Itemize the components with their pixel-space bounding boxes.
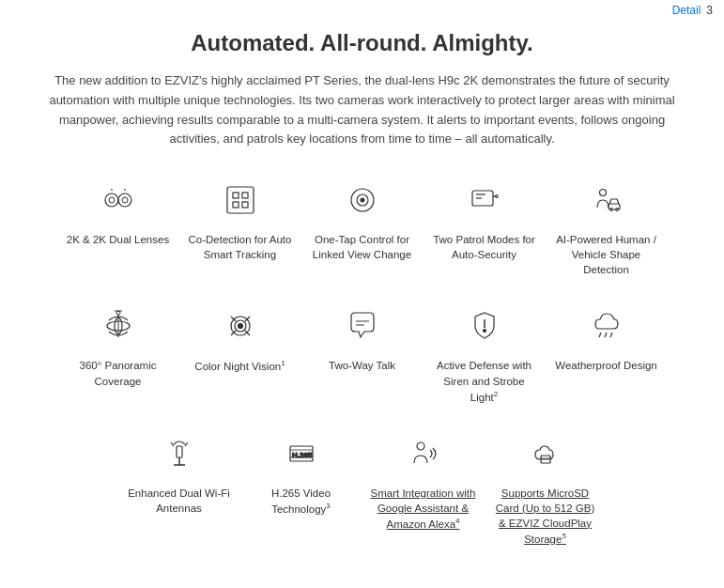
- panoramic-label: 360° Panoramic Coverage: [65, 358, 172, 388]
- feature-two-way-talk: Two-Way Talk: [301, 303, 424, 404]
- detail-link[interactable]: Detail: [672, 4, 701, 17]
- feature-co-detection: Co-Detection for Auto Smart Tracking: [179, 178, 301, 277]
- svg-point-33: [483, 330, 485, 333]
- h265-icon: H.265: [279, 431, 324, 476]
- svg-point-2: [109, 197, 115, 203]
- svg-text:H.265: H.265: [292, 451, 313, 459]
- active-defense-label: Active Defense with Siren and Strobe Lig…: [431, 358, 538, 404]
- dual-lenses-icon: [96, 178, 141, 223]
- patrol-icon: [462, 178, 507, 223]
- svg-line-39: [185, 442, 188, 446]
- night-vision-icon: [218, 303, 263, 348]
- page-number: 3: [706, 4, 713, 17]
- microsd-label: Supports MicroSD Card (Up to 512 GB) & E…: [492, 486, 599, 547]
- svg-point-13: [361, 198, 364, 202]
- feature-one-tap: One-Tap Control for Linked View Change: [301, 178, 424, 277]
- top-bar: Detail 3: [0, 0, 724, 21]
- svg-rect-10: [242, 202, 248, 208]
- description: The new addition to EZVIZ's highly accla…: [38, 71, 686, 149]
- svg-rect-37: [177, 446, 182, 457]
- svg-line-38: [171, 442, 174, 446]
- two-way-talk-label: Two-Way Talk: [329, 358, 395, 373]
- panoramic-icon: [96, 303, 141, 348]
- svg-rect-6: [227, 187, 254, 213]
- ai-icon: [584, 178, 629, 223]
- one-tap-icon: [340, 178, 385, 223]
- patrol-modes-label: Two Patrol Modes for Auto-Security: [431, 232, 538, 262]
- wifi-icon: [157, 431, 202, 476]
- svg-rect-7: [233, 193, 239, 198]
- wifi-antennas-label: Enhanced Dual Wi-Fi Antennas: [126, 486, 233, 516]
- night-vision-label: Color Night Vision1: [194, 358, 285, 374]
- feature-microsd: Supports MicroSD Card (Up to 512 GB) & E…: [485, 431, 607, 547]
- feature-h265: H.265 H.265 Video Technology3: [240, 431, 362, 547]
- smart-integration-label: Smart Integration with Google Assistant …: [370, 486, 477, 532]
- one-tap-label: One-Tap Control for Linked View Change: [309, 232, 416, 262]
- feature-smart-integration: Smart Integration with Google Assistant …: [362, 431, 485, 547]
- svg-line-34: [599, 333, 601, 337]
- svg-point-46: [417, 442, 424, 450]
- svg-rect-14: [472, 191, 493, 206]
- feature-panoramic: 360° Panoramic Coverage: [57, 303, 179, 404]
- smart-icon: [401, 431, 446, 476]
- talk-icon: [340, 303, 385, 348]
- feature-weatherproof: Weatherproof Design: [546, 303, 668, 404]
- dual-lenses-label: 2K & 2K Dual Lenses: [67, 232, 169, 247]
- co-detection-label: Co-Detection for Auto Smart Tracking: [187, 232, 294, 262]
- svg-rect-8: [242, 193, 248, 198]
- svg-rect-9: [233, 202, 239, 208]
- svg-line-35: [605, 333, 607, 337]
- feature-ai-detection: AI-Powered Human / Vehicle Shape Detecti…: [546, 178, 668, 277]
- h265-label: H.265 Video Technology3: [248, 486, 355, 517]
- feature-dual-lenses: 2K & 2K Dual Lenses: [57, 178, 179, 277]
- svg-point-19: [599, 190, 606, 196]
- main-content: Automated. All-round. Almighty. The new …: [0, 21, 724, 588]
- svg-point-25: [116, 311, 120, 315]
- defense-icon: [462, 303, 507, 348]
- feature-night-vision: Color Night Vision1: [179, 303, 301, 404]
- feature-active-defense: Active Defense with Siren and Strobe Lig…: [424, 303, 546, 404]
- features-grid: 2K & 2K Dual Lenses Co-Detection for Aut…: [38, 178, 686, 573]
- co-detection-icon: [218, 178, 263, 223]
- feature-patrol-modes: Two Patrol Modes for Auto-Security: [424, 178, 546, 277]
- svg-point-3: [122, 197, 128, 203]
- svg-point-1: [118, 193, 131, 207]
- weatherproof-label: Weatherproof Design: [555, 358, 656, 373]
- feature-wifi-antennas: Enhanced Dual Wi-Fi Antennas: [118, 431, 240, 547]
- svg-point-29: [238, 324, 242, 329]
- svg-line-36: [610, 333, 612, 337]
- headline: Automated. All-round. Almighty.: [38, 30, 686, 56]
- weather-icon: [584, 303, 629, 348]
- ai-detection-label: AI-Powered Human / Vehicle Shape Detecti…: [553, 232, 660, 277]
- svg-point-0: [105, 193, 118, 207]
- microsd-icon: [523, 431, 568, 476]
